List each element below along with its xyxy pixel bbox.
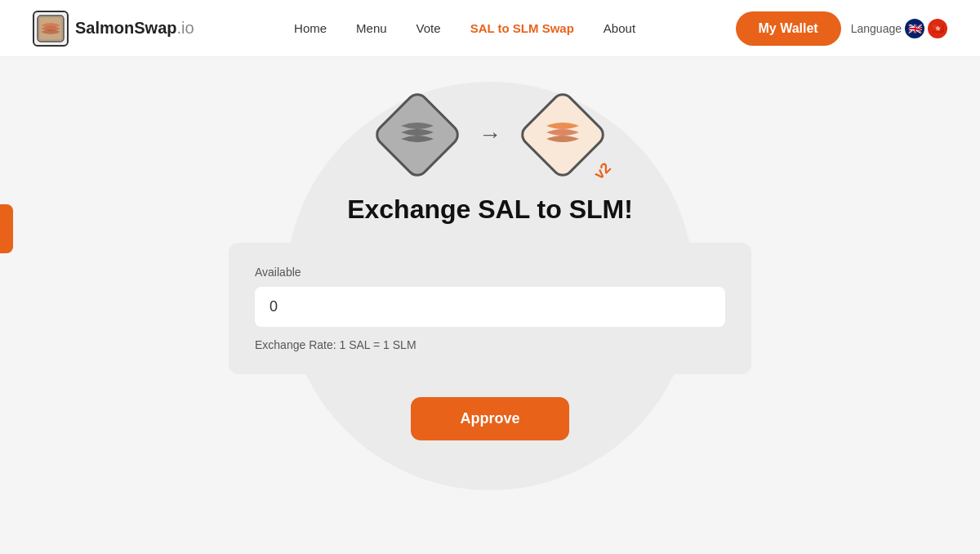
nav-vote[interactable]: Vote	[416, 21, 441, 35]
language-label: Language	[851, 22, 902, 35]
approve-button[interactable]: Approve	[411, 397, 568, 440]
header: SalmonSwap.io Home Menu Vote SAL to SLM …	[0, 0, 980, 57]
slm-token-icon: v2	[526, 98, 599, 172]
nav-about[interactable]: About	[604, 21, 635, 35]
token-swap-area: → v2	[381, 98, 599, 172]
flag-hk-icon: 🇭🇰	[928, 19, 947, 38]
logo-area: SalmonSwap.io	[33, 11, 194, 47]
nav-swap[interactable]: SAL to SLM Swap	[470, 21, 574, 35]
nav-menu[interactable]: Menu	[356, 21, 387, 35]
sal-token-icon	[381, 98, 454, 172]
logo-svg	[36, 14, 65, 43]
sal-svg	[397, 118, 438, 152]
page-title: Exchange SAL to SLM!	[347, 194, 633, 225]
logo-text: SalmonSwap.io	[75, 19, 194, 38]
nav: Home Menu Vote SAL to SLM Swap About	[294, 21, 635, 35]
header-right: My Wallet Language 🇬🇧 🇭🇰	[736, 11, 948, 46]
exchange-rate-text: Exchange Rate: 1 SAL = 1 SLM	[255, 338, 725, 351]
sal-diamond	[371, 88, 463, 181]
swap-card: Available Exchange Rate: 1 SAL = 1 SLM	[229, 243, 751, 374]
flag-uk-icon: 🇬🇧	[905, 19, 924, 38]
left-decoration	[0, 204, 13, 253]
sal-diamond-inner	[395, 113, 439, 157]
available-label: Available	[255, 266, 725, 279]
slm-diamond-inner	[541, 113, 585, 157]
swap-arrow-icon: →	[479, 122, 501, 148]
slm-svg	[542, 118, 583, 152]
language-area: Language 🇬🇧 🇭🇰	[851, 19, 947, 38]
main-content: → v2 Exchange SAL to SLM! Available Exch…	[0, 57, 980, 554]
logo-icon	[33, 11, 69, 47]
my-wallet-button[interactable]: My Wallet	[736, 11, 841, 46]
nav-home[interactable]: Home	[294, 21, 327, 35]
amount-input[interactable]	[255, 287, 725, 327]
